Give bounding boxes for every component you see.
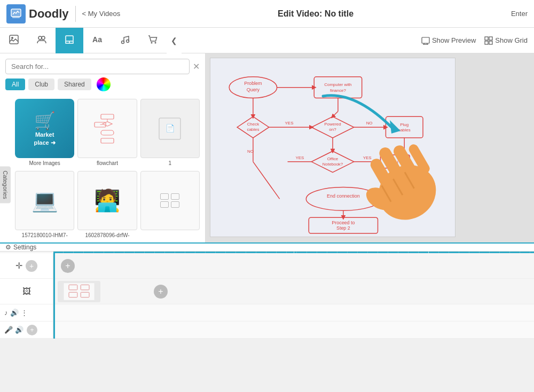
search-clear-button[interactable]: ✕ bbox=[193, 61, 200, 72]
canvas-area: Problem Query Computer with finance? Che… bbox=[206, 53, 534, 242]
svg-rect-3 bbox=[10, 35, 18, 44]
toolbar: Aa ❮ Show Preview Show Grid bbox=[0, 28, 534, 53]
tab-music[interactable] bbox=[111, 28, 139, 53]
svg-text:NO: NO bbox=[366, 121, 373, 126]
sidebar: Categories ✕ All Club Shared 🛒 Marketpla… bbox=[0, 53, 206, 242]
list-item[interactable]: 📄 1 bbox=[140, 99, 200, 168]
svg-point-11 bbox=[151, 42, 153, 44]
svg-rect-90 bbox=[64, 283, 95, 300]
logo-icon bbox=[6, 4, 26, 23]
list-item[interactable]: 🛒 Marketplace ➜ More Images bbox=[15, 99, 74, 168]
timeline: ⚙ Settings 10s 15s ✛ + 🖼 ♪ 🔊 ⋮ bbox=[0, 242, 534, 339]
svg-rect-17 bbox=[485, 37, 488, 40]
svg-text:cables: cables bbox=[247, 127, 259, 132]
enter-button[interactable]: Enter bbox=[511, 10, 528, 18]
show-grid-label: Show Grid bbox=[495, 36, 528, 44]
collapse-sidebar-button[interactable]: ❮ bbox=[167, 28, 182, 53]
show-grid-button[interactable]: Show Grid bbox=[484, 36, 528, 45]
svg-line-70 bbox=[253, 162, 280, 199]
svg-text:YES: YES bbox=[363, 155, 372, 160]
show-preview-label: Show Preview bbox=[432, 36, 476, 44]
timeline-tracks: ✛ + 🖼 ♪ 🔊 ⋮ 🎤 🔊 + bbox=[0, 253, 534, 339]
svg-text:End connection: End connection bbox=[327, 193, 360, 199]
color-wheel-button[interactable] bbox=[97, 77, 111, 91]
marketplace-label: Marketplace ➜ bbox=[34, 131, 56, 146]
search-input[interactable] bbox=[5, 59, 190, 74]
svg-rect-25 bbox=[101, 138, 114, 143]
list-item[interactable]: 💻 1572180010-IHM7- bbox=[15, 171, 74, 240]
svg-text:NO: NO bbox=[247, 149, 254, 154]
tab-props[interactable] bbox=[56, 28, 83, 53]
svg-point-4 bbox=[11, 37, 13, 39]
track-move-control: ✛ + bbox=[0, 253, 53, 279]
settings-button[interactable]: ⚙ Settings bbox=[0, 244, 42, 251]
track-thumb-svg bbox=[59, 281, 99, 302]
volume-icon[interactable]: 🔊 bbox=[10, 309, 19, 317]
svg-rect-32 bbox=[161, 202, 169, 208]
track-controls: ✛ + 🖼 ♪ 🔊 ⋮ 🎤 🔊 + bbox=[0, 253, 53, 339]
tab-images[interactable] bbox=[0, 28, 28, 53]
mic-volume-icon[interactable]: 🔊 bbox=[15, 326, 23, 334]
item6-thumbnail bbox=[156, 187, 183, 214]
images-grid: 🛒 Marketplace ➜ More Images bbox=[0, 96, 205, 242]
svg-rect-30 bbox=[161, 194, 169, 200]
list-item[interactable]: flowchart bbox=[77, 99, 137, 168]
video-track-row: + bbox=[53, 253, 534, 279]
item-label: 1 bbox=[169, 160, 172, 166]
show-preview-button[interactable]: Show Preview bbox=[421, 36, 476, 45]
tab-cart[interactable] bbox=[139, 28, 167, 53]
more-options-icon[interactable]: ⋮ bbox=[21, 309, 28, 317]
tab-characters[interactable] bbox=[28, 28, 56, 53]
filter-club-button[interactable]: Club bbox=[28, 79, 54, 90]
filter-shared-button[interactable]: Shared bbox=[58, 79, 91, 90]
mic-add-button[interactable]: + bbox=[27, 325, 37, 335]
svg-text:Powered: Powered bbox=[324, 122, 341, 127]
logo: Doodly bbox=[6, 4, 69, 23]
svg-point-9 bbox=[122, 41, 124, 44]
svg-rect-18 bbox=[489, 37, 492, 40]
svg-rect-33 bbox=[171, 202, 179, 208]
playhead[interactable] bbox=[53, 253, 55, 339]
svg-rect-21 bbox=[101, 114, 114, 119]
filter-bar: All Club Shared bbox=[0, 77, 205, 96]
marketplace-cart-icon: 🛒 bbox=[34, 111, 56, 131]
header: Doodly < My Videos Edit Video: No title … bbox=[0, 0, 534, 28]
settings-label: Settings bbox=[13, 244, 36, 251]
toolbar-right: Show Preview Show Grid bbox=[421, 36, 534, 45]
list-item[interactable] bbox=[140, 171, 200, 240]
add-scene-button[interactable]: + bbox=[26, 260, 37, 272]
my-videos-link[interactable]: < My Videos bbox=[82, 10, 121, 18]
canvas-board[interactable]: Problem Query Computer with finance? Che… bbox=[210, 58, 456, 237]
item-label: 1572180010-IHM7- bbox=[22, 232, 68, 238]
search-bar: ✕ bbox=[0, 53, 205, 77]
edit-title: Edit Video: No title bbox=[120, 9, 511, 19]
list-item[interactable]: 🧑‍💻 1602878096-drfW- bbox=[77, 171, 137, 240]
filter-all-button[interactable]: All bbox=[5, 79, 25, 90]
svg-text:📄: 📄 bbox=[166, 124, 175, 133]
track-audio-control: ♪ 🔊 ⋮ bbox=[0, 304, 53, 322]
svg-text:Step 2: Step 2 bbox=[336, 225, 350, 231]
svg-point-10 bbox=[127, 40, 129, 43]
add-scene-track-button[interactable]: + bbox=[61, 259, 75, 273]
svg-text:YES: YES bbox=[285, 121, 294, 126]
image-track-icon: 🖼 bbox=[22, 287, 31, 296]
svg-text:Query: Query bbox=[247, 87, 260, 92]
settings-icon: ⚙ bbox=[5, 244, 11, 251]
categories-label[interactable]: Categories bbox=[0, 167, 11, 203]
track-mic-control: 🎤 🔊 + bbox=[0, 322, 53, 339]
timeline-header: ⚙ Settings bbox=[0, 244, 534, 252]
mic-icon: 🎤 bbox=[4, 326, 13, 334]
svg-text:Check: Check bbox=[247, 122, 260, 127]
svg-line-51 bbox=[333, 111, 338, 116]
add-image-track-button[interactable]: + bbox=[154, 285, 168, 299]
track-thumbnail bbox=[58, 281, 100, 302]
svg-text:YES: YES bbox=[295, 155, 304, 160]
item-label: More Images bbox=[29, 160, 60, 166]
move-icon[interactable]: ✛ bbox=[15, 261, 22, 271]
svg-point-6 bbox=[42, 36, 45, 40]
svg-rect-31 bbox=[171, 194, 179, 200]
svg-text:finance?: finance? bbox=[330, 88, 347, 93]
tab-text[interactable]: Aa bbox=[83, 28, 111, 53]
item3-thumbnail: 📄 bbox=[156, 115, 183, 142]
svg-rect-20 bbox=[489, 41, 492, 44]
